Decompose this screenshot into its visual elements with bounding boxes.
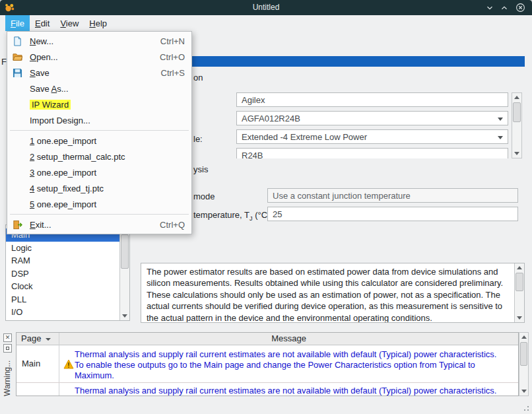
- menu-shortcut: Ctrl+O: [160, 52, 185, 62]
- disclaimer-text: The power estimator results are based on…: [147, 266, 512, 323]
- menu-item-exit[interactable]: Exit... Ctrl+Q: [7, 217, 191, 232]
- tab-warning[interactable]: Warning...: [1, 357, 14, 400]
- window-title: Untitled: [0, 0, 532, 15]
- exit-icon: [13, 219, 24, 230]
- menu-item-label: Import Design...: [30, 116, 177, 125]
- menu-item-label: Save: [30, 68, 153, 78]
- menu-help[interactable]: Help: [84, 15, 112, 31]
- menu-item-label: 5 one.epe_import: [30, 199, 177, 209]
- ip-wizard-highlight: IP Wizard: [30, 100, 71, 110]
- menu-item-label: Save As...: [30, 84, 177, 94]
- resize-grip[interactable]: [519, 401, 529, 411]
- menu-item-label: Open...: [30, 52, 152, 62]
- save-icon: [13, 67, 24, 78]
- menu-item-recent-3[interactable]: 3 one.epe_import: [7, 164, 191, 180]
- sidebar-item-io-id[interactable]: I/O ID: [6, 319, 119, 322]
- scroll-up-arrow-icon[interactable]: [515, 263, 524, 272]
- menu-item-new[interactable]: New... Ctrl+N: [7, 33, 191, 49]
- clipped-label-fragment: F: [1, 57, 7, 67]
- menu-item-label: 4 setup_fixed_tj.ptc: [30, 184, 177, 193]
- menu-item-label: 2 setup_thermal_calc.ptc: [30, 152, 177, 162]
- sidebar-item-ram[interactable]: RAM: [6, 254, 119, 267]
- minimize-icon[interactable]: [484, 2, 495, 13]
- message-row[interactable]: Thermal analysis and supply rail current…: [17, 383, 518, 396]
- disclaimer-scrollbar[interactable]: [514, 263, 524, 322]
- junction-temperature-input[interactable]: [267, 207, 518, 221]
- menu-shortcut: Ctrl+Q: [160, 220, 185, 230]
- scrollbar-thumb[interactable]: [513, 102, 521, 122]
- sidebar-item-clock[interactable]: Clock: [6, 280, 119, 293]
- scroll-up-arrow-icon[interactable]: [519, 333, 528, 341]
- pane-close-icon[interactable]: ✕: [3, 333, 12, 342]
- pane-detach-icon[interactable]: [3, 344, 12, 353]
- pages-sidebar: Main Logic RAM DSP Clock PLL I/O I/O ID: [5, 224, 130, 321]
- open-folder-icon: [13, 52, 24, 62]
- dropdown-arrow-icon: [498, 136, 503, 139]
- warning-icon: [63, 359, 74, 372]
- file-menu-dropdown: New... Ctrl+N Open... Ctrl+O Save Ctrl+S…: [7, 31, 192, 234]
- column-header-message: Message: [59, 333, 518, 345]
- menu-separator: [7, 212, 191, 217]
- package-field[interactable]: R24B: [236, 148, 508, 158]
- app-window: Untitled File Edit View Help F on Agilex…: [0, 0, 532, 414]
- grade-label-fragment: le:: [193, 134, 203, 144]
- page-section-header-bar: [135, 56, 525, 67]
- scrollbar-thumb[interactable]: [520, 342, 527, 366]
- menu-item-label: Exit...: [30, 220, 152, 230]
- page-filter-arrow-icon[interactable]: [46, 338, 51, 341]
- scroll-down-arrow-icon[interactable]: [120, 312, 129, 320]
- menu-item-label: 3 one.epe_import: [30, 168, 177, 178]
- sidebar-item-logic[interactable]: Logic: [6, 242, 119, 255]
- sidebar-item-dsp[interactable]: DSP: [6, 267, 119, 281]
- device-section-scrollbar[interactable]: [512, 92, 522, 158]
- menu-separator: [7, 128, 191, 133]
- new-file-icon: [13, 36, 24, 46]
- menu-item-label: 1 one.epe_import: [30, 136, 177, 146]
- thermal-mode-label-fragment: mode: [193, 191, 215, 201]
- message-text: Thermal analysis and supply rail current…: [75, 386, 515, 396]
- pages-list: Main Logic RAM DSP Clock PLL I/O I/O ID: [6, 225, 119, 321]
- menu-item-import-design[interactable]: Import Design...: [7, 112, 191, 128]
- message-table-header: Page Message: [17, 333, 518, 345]
- thermal-section-title-fragment: ysis: [193, 164, 208, 174]
- sidebar-item-pll[interactable]: PLL: [6, 293, 119, 306]
- menu-edit[interactable]: Edit: [30, 15, 55, 31]
- message-page-cell: Main: [22, 345, 40, 382]
- menu-item-label: IP Wizard: [30, 100, 177, 110]
- device-combo[interactable]: AGFA012R24B: [236, 111, 508, 125]
- menu-view[interactable]: View: [55, 15, 84, 31]
- dropdown-arrow-icon: [498, 118, 503, 121]
- menu-item-save[interactable]: Save Ctrl+S: [7, 65, 191, 81]
- menu-item-recent-5[interactable]: 5 one.epe_import: [7, 196, 191, 212]
- device-selection-panel: Agilex AGFA012R24B le: Extended -4 Extre…: [135, 67, 525, 158]
- titlebar: Untitled: [0, 0, 532, 15]
- menu-item-recent-4[interactable]: 4 setup_fixed_tj.ptc: [7, 180, 191, 196]
- maximize-icon[interactable]: [498, 2, 510, 13]
- message-table-scrollbar[interactable]: [519, 332, 529, 396]
- sidebar-scrollbar[interactable]: [119, 225, 129, 320]
- message-row[interactable]: Main Thermal analysis and supply rail cu…: [17, 345, 518, 382]
- menu-item-save-as[interactable]: Save As...: [7, 81, 191, 96]
- scroll-down-arrow-icon[interactable]: [515, 314, 524, 322]
- speed-grade-combo[interactable]: Extended -4 Extreme Low Power: [236, 129, 508, 144]
- menu-item-recent-2[interactable]: 2 setup_thermal_calc.ptc: [7, 149, 191, 164]
- message-text: Thermal analysis and supply rail current…: [75, 349, 515, 381]
- menu-item-open[interactable]: Open... Ctrl+O: [7, 49, 191, 65]
- sidebar-item-io[interactable]: I/O: [6, 306, 119, 319]
- thermal-mode-field[interactable]: Use a constant junction temperature: [267, 188, 518, 203]
- scrollbar-thumb[interactable]: [121, 234, 129, 269]
- menu-item-ip-wizard[interactable]: IP Wizard: [7, 96, 191, 112]
- menubar: File Edit View Help: [0, 15, 532, 31]
- device-family-field[interactable]: Agilex: [236, 92, 508, 107]
- junction-temperature-label-fragment: temperature, TJ (°C):: [193, 210, 273, 222]
- scroll-up-arrow-icon[interactable]: [512, 93, 521, 102]
- column-header-page[interactable]: Page: [21, 333, 41, 345]
- disclaimer-box: The power estimator results are based on…: [141, 263, 525, 323]
- menu-shortcut: Ctrl+N: [160, 36, 185, 46]
- scroll-down-arrow-icon[interactable]: [512, 149, 521, 158]
- menu-file[interactable]: File: [5, 15, 30, 31]
- scroll-down-arrow-icon[interactable]: [519, 387, 528, 396]
- scrollbar-thumb[interactable]: [515, 273, 523, 291]
- close-icon[interactable]: [515, 2, 526, 13]
- menu-item-recent-1[interactable]: 1 one.epe_import: [7, 133, 191, 149]
